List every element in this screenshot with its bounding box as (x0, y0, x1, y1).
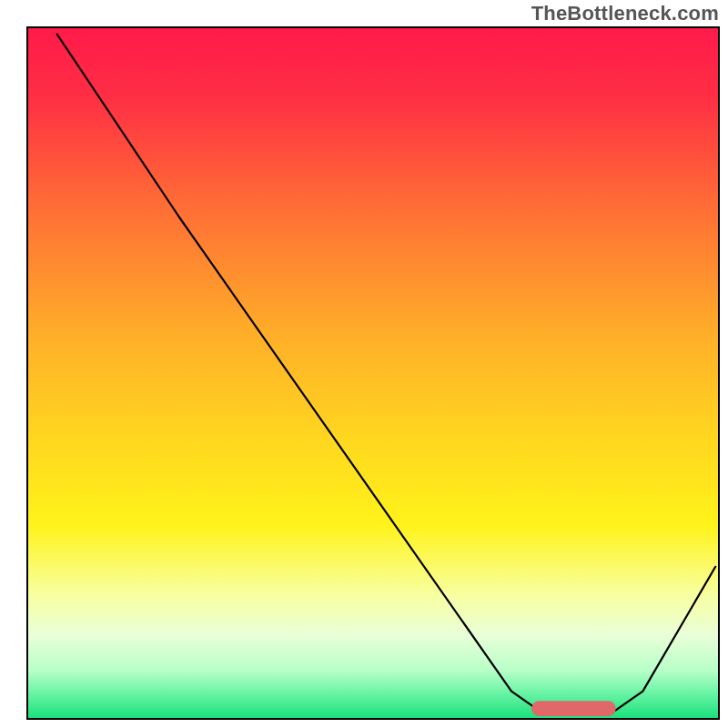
chart-svg (0, 0, 728, 728)
bottleneck-chart: TheBottleneck.com (0, 0, 728, 728)
watermark-text: TheBottleneck.com (531, 2, 719, 25)
plot-background (27, 27, 719, 719)
